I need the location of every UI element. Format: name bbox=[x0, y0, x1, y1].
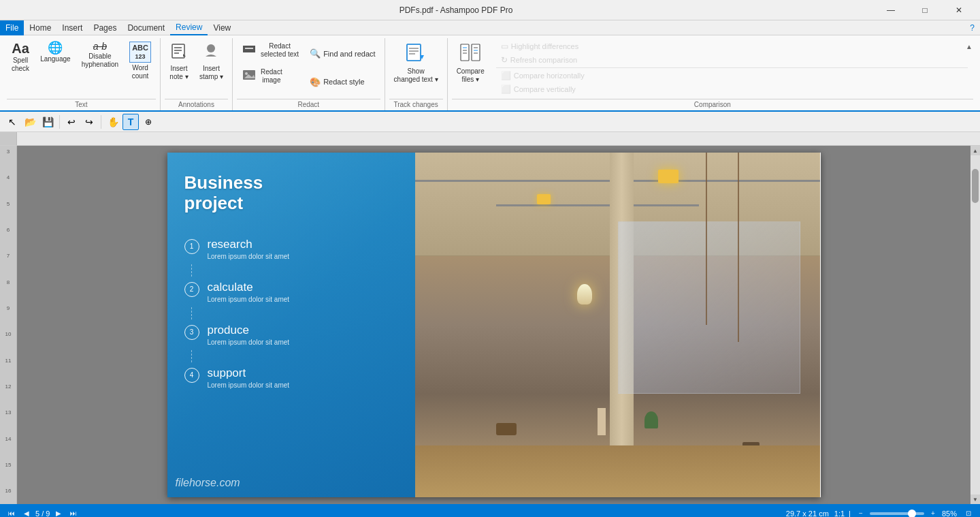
save-button[interactable]: 💾 bbox=[39, 114, 56, 130]
light-2 bbox=[537, 194, 551, 204]
step-1-desc: Lorem ipsum dolor sit amet bbox=[208, 253, 290, 260]
step-2-content: calculate Lorem ipsum dolor sit amet bbox=[208, 281, 290, 303]
pdf-page: Businessproject 1 research Lorem ipsum d… bbox=[167, 153, 821, 497]
step-2-title: calculate bbox=[208, 281, 290, 294]
find-redact-icon: 🔍 bbox=[310, 48, 321, 59]
redact-text-label: Redactselected text bbox=[261, 42, 299, 59]
business-title: Businessproject bbox=[184, 173, 399, 214]
ribbon-group-annotations: Insertnote ▾ Insertstamp ▾ Annotations bbox=[161, 38, 233, 110]
scroll-thumb[interactable] bbox=[972, 169, 979, 203]
redact-style-label: Redact style bbox=[323, 78, 365, 86]
page-viewport: Businessproject 1 research Lorem ipsum d… bbox=[17, 146, 970, 504]
menu-pages[interactable]: Pages bbox=[88, 20, 122, 35]
zoom-out-button[interactable]: − bbox=[855, 507, 867, 518]
track-changes-icon bbox=[405, 42, 427, 66]
step-1: 1 research Lorem ipsum dolor sit amet bbox=[184, 238, 399, 260]
scroll-track[interactable] bbox=[970, 155, 980, 495]
prev-page-button[interactable]: ◀ bbox=[20, 507, 33, 518]
ruler-svg: // ruler ticks will be done inline bbox=[17, 132, 980, 145]
highlight-diff-label: Highlight differences bbox=[511, 42, 578, 50]
zoom-controls: 1:1 | − + 85% bbox=[834, 507, 957, 518]
disable-hyphenation-button[interactable]: a-b Disablehyphenation bbox=[77, 38, 124, 72]
scroll-up-button[interactable]: ▲ bbox=[970, 146, 980, 155]
menu-review[interactable]: Review bbox=[170, 20, 208, 35]
menu-document[interactable]: Document bbox=[122, 20, 170, 35]
close-button[interactable]: ✕ bbox=[943, 0, 975, 20]
comparison-group-label: Comparison bbox=[452, 99, 973, 110]
page-dimensions: 29.7 x 21 cm bbox=[786, 510, 829, 518]
maximize-button[interactable]: □ bbox=[909, 0, 941, 20]
text-tool-button[interactable]: T bbox=[122, 114, 139, 130]
fit-page-button[interactable]: ⊡ bbox=[962, 507, 975, 518]
word-count-button[interactable]: ABC123 Wordcount bbox=[125, 38, 156, 84]
title-bar: PDFs.pdf - Ashampoo PDF Pro — □ ✕ bbox=[0, 0, 980, 20]
zoom-slider[interactable] bbox=[870, 512, 924, 515]
ribbon-group-comparison: Comparefiles ▾ ▭ Highlight differences ↻… bbox=[448, 38, 977, 110]
toolbar: ↖ 📂 💾 ↩ ↪ ✋ T ⊕ bbox=[0, 112, 980, 132]
redact-text-icon bbox=[242, 42, 257, 59]
window-controls: — □ ✕ bbox=[875, 0, 975, 20]
undo-button[interactable]: ↩ bbox=[63, 114, 80, 130]
step-4-title: support bbox=[208, 366, 290, 380]
compare-files-icon bbox=[459, 42, 481, 66]
redact-image-label: Redactimage bbox=[261, 68, 282, 84]
text-group-label: Text bbox=[7, 99, 156, 110]
first-page-button[interactable]: ⏮ bbox=[5, 507, 18, 518]
redact-style-button[interactable]: 🎨 Redact style bbox=[305, 75, 380, 89]
step-3-desc: Lorem ipsum dolor sit amet bbox=[208, 339, 290, 346]
spell-check-button[interactable]: Aa Spellcheck bbox=[7, 38, 34, 76]
menu-file[interactable]: File bbox=[0, 20, 24, 35]
highlight-differences-button[interactable]: ▭ Highlight differences bbox=[496, 40, 968, 53]
redact-selected-text-button[interactable]: Redactselected text bbox=[237, 38, 304, 63]
next-page-button[interactable]: ▶ bbox=[52, 507, 65, 518]
compare-vertically-button[interactable]: ⬜ Compare vertically bbox=[496, 82, 968, 96]
hand-tool-button[interactable]: ✋ bbox=[105, 114, 121, 130]
show-changed-text-button[interactable]: Showchanged text ▾ bbox=[389, 38, 443, 87]
basket bbox=[496, 423, 517, 435]
find-and-redact-button[interactable]: 🔍 Find and redact bbox=[305, 46, 380, 61]
vertical-scrollbar[interactable]: ▲ ▼ bbox=[970, 146, 980, 504]
rope-2 bbox=[706, 153, 707, 325]
step-2-number: 2 bbox=[184, 282, 199, 297]
insert-stamp-button[interactable]: Insertstamp ▾ bbox=[195, 38, 228, 84]
zoom-button[interactable]: ⊕ bbox=[140, 114, 157, 130]
ribbon-group-redact: Redactselected text Redactimage 🔍 Find a… bbox=[233, 38, 385, 110]
hyphenation-icon: a-b bbox=[93, 42, 107, 51]
redo-button[interactable]: ↪ bbox=[81, 114, 97, 130]
cursor-tool-button[interactable]: ↖ bbox=[4, 114, 20, 130]
ribbon-collapse-button[interactable]: ▲ bbox=[964, 41, 975, 52]
panel-content: Businessproject 1 research Lorem ipsum d… bbox=[184, 173, 399, 389]
zoom-thumb[interactable] bbox=[908, 510, 916, 518]
beam-2 bbox=[496, 204, 699, 206]
annotations-group-content: Insertnote ▾ Insertstamp ▾ bbox=[165, 38, 228, 97]
redact-image-button[interactable]: Redactimage bbox=[237, 64, 304, 89]
window-area bbox=[618, 221, 800, 394]
hyphenation-label: Disablehyphenation bbox=[82, 52, 119, 69]
language-button[interactable]: 🌐 Language bbox=[35, 38, 76, 67]
insert-note-button[interactable]: Insertnote ▾ bbox=[165, 38, 193, 84]
horizontal-ruler: // ruler ticks will be done inline bbox=[17, 132, 980, 146]
toolbar-separator-2 bbox=[101, 115, 101, 129]
minimize-button[interactable]: — bbox=[875, 0, 906, 20]
compare-horizontally-button[interactable]: ⬜ Compare horizontally bbox=[496, 69, 968, 82]
plant bbox=[644, 411, 658, 428]
last-page-button[interactable]: ⏭ bbox=[67, 507, 80, 518]
menu-home[interactable]: Home bbox=[24, 20, 56, 35]
word-count-label: Wordcount bbox=[132, 64, 148, 80]
step-1-title: research bbox=[208, 238, 290, 251]
open-button[interactable]: 📂 bbox=[22, 114, 38, 130]
scroll-down-button[interactable]: ▼ bbox=[970, 495, 980, 504]
compare-files-button[interactable]: Comparefiles ▾ bbox=[452, 38, 489, 97]
refresh-comparison-button[interactable]: ↻ Refresh comparison bbox=[496, 53, 968, 67]
track-changes-content: Showchanged text ▾ bbox=[389, 38, 443, 97]
step-4-content: support Lorem ipsum dolor sit amet bbox=[208, 366, 290, 389]
help-button[interactable]: ? bbox=[964, 22, 980, 34]
menu-view[interactable]: View bbox=[208, 20, 236, 35]
connector-1 bbox=[191, 264, 192, 277]
zoom-in-button[interactable]: + bbox=[927, 507, 939, 518]
page-info: 5 / 9 bbox=[35, 510, 50, 518]
compare-vert-label: Compare vertically bbox=[514, 85, 576, 93]
page-left-panel: Businessproject 1 research Lorem ipsum d… bbox=[167, 153, 416, 497]
status-bar-right: 29.7 x 21 cm 1:1 | − + 85% ⊡ bbox=[786, 507, 975, 518]
menu-insert[interactable]: Insert bbox=[56, 20, 88, 35]
